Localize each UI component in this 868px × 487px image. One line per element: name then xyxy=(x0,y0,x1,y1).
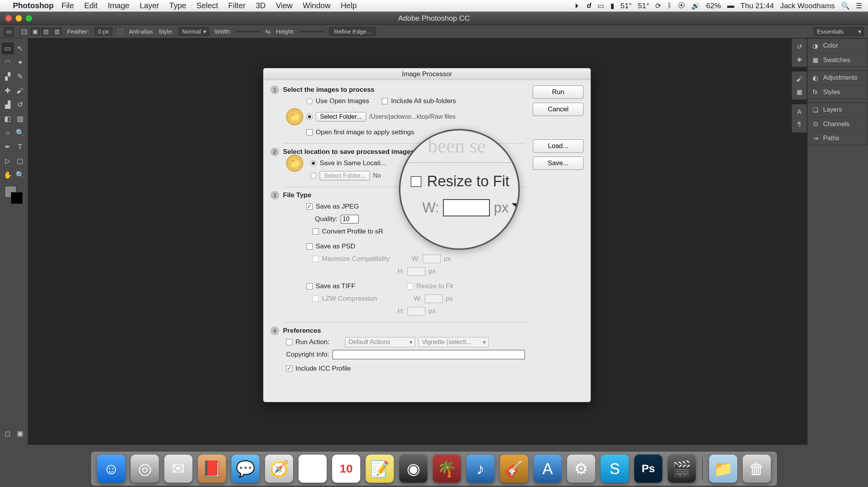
dock-chrome[interactable]: ◉ xyxy=(299,455,327,483)
include-subfolders-checkbox[interactable] xyxy=(382,98,388,104)
battery-icon[interactable]: ▬ xyxy=(727,2,734,10)
menu-3d[interactable]: 3D xyxy=(256,1,266,10)
dock-trash[interactable]: 🗑 xyxy=(743,455,771,483)
menu-file[interactable]: File xyxy=(61,1,74,10)
dock-garageband[interactable]: 🎸 xyxy=(500,455,528,483)
action-set-select[interactable]: Default Actions xyxy=(345,337,415,347)
feather-value[interactable]: 0 px xyxy=(94,27,112,36)
dock-sysprefs[interactable]: ⚙ xyxy=(567,455,595,483)
panel-swatches[interactable]: ▦Swatches xyxy=(808,53,868,67)
dock-photoshop[interactable]: Ps xyxy=(634,455,662,483)
stamp-tool[interactable]: ▟ xyxy=(2,99,14,111)
current-tool-icon[interactable]: ▭ xyxy=(4,27,14,37)
background-color[interactable] xyxy=(11,192,23,204)
run-action-checkbox[interactable] xyxy=(286,339,292,345)
dock-mail[interactable]: ✉ xyxy=(164,455,192,483)
dock-photobooth[interactable]: ◉ xyxy=(399,455,427,483)
healing-tool[interactable]: ✚ xyxy=(2,85,14,96)
minimize-window-button[interactable] xyxy=(16,15,22,21)
dodge-tool[interactable]: 🔍 xyxy=(14,127,26,139)
save-button[interactable]: Save... xyxy=(533,157,583,170)
volume-icon[interactable]: 🔊 xyxy=(691,2,700,10)
save-jpeg-checkbox[interactable] xyxy=(306,203,313,210)
app-name[interactable]: Photoshop xyxy=(13,1,53,10)
move-tool[interactable]: ↖ xyxy=(14,43,26,54)
brush-settings-icon[interactable]: 🖌 xyxy=(792,73,807,86)
selmode-intersect[interactable]: ▥ xyxy=(52,28,62,36)
history-brush-tool[interactable]: ↺ xyxy=(14,99,26,111)
battery-menu-icon[interactable]: ▮ xyxy=(610,2,614,10)
refine-edge-button[interactable]: Refine Edge... xyxy=(329,27,376,36)
save-tiff-checkbox[interactable] xyxy=(306,283,313,289)
panel-color[interactable]: ◑Color xyxy=(808,39,868,53)
dest-select-folder-radio[interactable] xyxy=(310,173,317,179)
panel-layers[interactable]: ❏Layers xyxy=(808,103,868,117)
menu-help[interactable]: Help xyxy=(341,1,357,10)
cancel-button[interactable]: Cancel xyxy=(533,103,583,116)
height-value[interactable] xyxy=(300,31,324,32)
zoom-window-button[interactable] xyxy=(26,15,32,21)
eraser-tool[interactable]: ◧ xyxy=(2,113,14,125)
magic-wand-tool[interactable]: ✦ xyxy=(14,57,26,68)
brush-tool[interactable]: 🖌 xyxy=(14,85,26,96)
character-icon[interactable]: A xyxy=(792,106,807,118)
panel-styles[interactable]: fxStyles xyxy=(808,85,868,99)
lasso-tool[interactable]: ◠ xyxy=(2,57,14,68)
select-source-folder-button[interactable]: Select Folder... xyxy=(316,112,366,121)
quickmask-icon[interactable]: ◻ xyxy=(2,428,14,439)
save-psd-checkbox[interactable] xyxy=(306,243,313,250)
menu-layer[interactable]: Layer xyxy=(140,1,159,10)
menu-image[interactable]: Image xyxy=(108,1,130,10)
dock-imovie[interactable]: 🎬 xyxy=(668,455,696,483)
screenmode-icon[interactable]: ▣ xyxy=(14,428,26,439)
selmode-new[interactable]: ▢ xyxy=(20,28,29,36)
sync-icon[interactable]: ⟳ xyxy=(655,2,661,10)
color-swatches[interactable] xyxy=(2,186,26,205)
save-same-location-radio[interactable] xyxy=(310,160,317,166)
menu-view[interactable]: View xyxy=(276,1,293,10)
magnifier-w-input[interactable] xyxy=(443,199,490,216)
properties-icon[interactable]: ◈ xyxy=(792,53,807,65)
dock-notes[interactable]: 📝 xyxy=(366,455,394,483)
menu-filter[interactable]: Filter xyxy=(228,1,245,10)
panel-paths[interactable]: ↝Paths xyxy=(808,131,868,145)
width-value[interactable] xyxy=(237,31,260,32)
dock-messages[interactable]: 💬 xyxy=(231,455,260,483)
hand-tool[interactable]: ✋ xyxy=(2,169,14,181)
quality-input[interactable] xyxy=(341,215,359,223)
copyright-input[interactable] xyxy=(333,350,525,359)
history-icon[interactable]: ↺ xyxy=(792,40,807,53)
screenshare-icon[interactable]: ⏵ xyxy=(574,2,581,10)
marquee-tool[interactable]: ▭ xyxy=(2,43,14,54)
selection-mode-segment[interactable]: ▢ ▣ ▤ ▥ xyxy=(20,28,62,36)
dock-appstore[interactable]: A xyxy=(534,455,562,483)
blur-tool[interactable]: ○ xyxy=(2,127,14,139)
menu-window[interactable]: Window xyxy=(303,1,331,10)
workspace-select[interactable]: Essentials xyxy=(813,27,864,36)
open-first-image-checkbox[interactable] xyxy=(306,129,313,136)
selmode-add[interactable]: ▣ xyxy=(30,28,40,36)
select-folder-radio[interactable] xyxy=(306,114,313,120)
d-icon[interactable]: d xyxy=(587,2,591,10)
gradient-tool[interactable]: ▨ xyxy=(14,113,26,125)
load-button[interactable]: Load... xyxy=(533,139,583,153)
dock-finder[interactable]: ☺ xyxy=(97,455,125,483)
dock-itunes[interactable]: ♪ xyxy=(466,455,494,483)
dock-safari[interactable]: 🧭 xyxy=(265,455,293,483)
select-dest-folder-button[interactable]: Select Folder... xyxy=(320,171,370,180)
dock-launchpad[interactable]: ◎ xyxy=(131,455,159,483)
menu-type[interactable]: Type xyxy=(169,1,186,10)
shape-tool[interactable]: ▢ xyxy=(14,155,26,167)
close-window-button[interactable] xyxy=(5,15,12,21)
type-tool[interactable]: T xyxy=(14,141,26,153)
display-icon[interactable]: ▭ xyxy=(598,2,604,10)
use-open-images-radio[interactable] xyxy=(306,98,313,104)
dock-calendar[interactable]: 10 xyxy=(332,455,360,483)
panel-channels[interactable]: ⊙Channels xyxy=(808,117,868,131)
magnifier-resize-checkbox[interactable] xyxy=(411,176,422,187)
dock-folder[interactable]: 📁 xyxy=(709,455,737,483)
menu-edit[interactable]: Edit xyxy=(84,1,98,10)
pen-tool[interactable]: ✒ xyxy=(2,141,14,153)
spotlight-icon[interactable]: 🔍 xyxy=(841,2,850,10)
convert-srgb-checkbox[interactable] xyxy=(313,228,319,235)
